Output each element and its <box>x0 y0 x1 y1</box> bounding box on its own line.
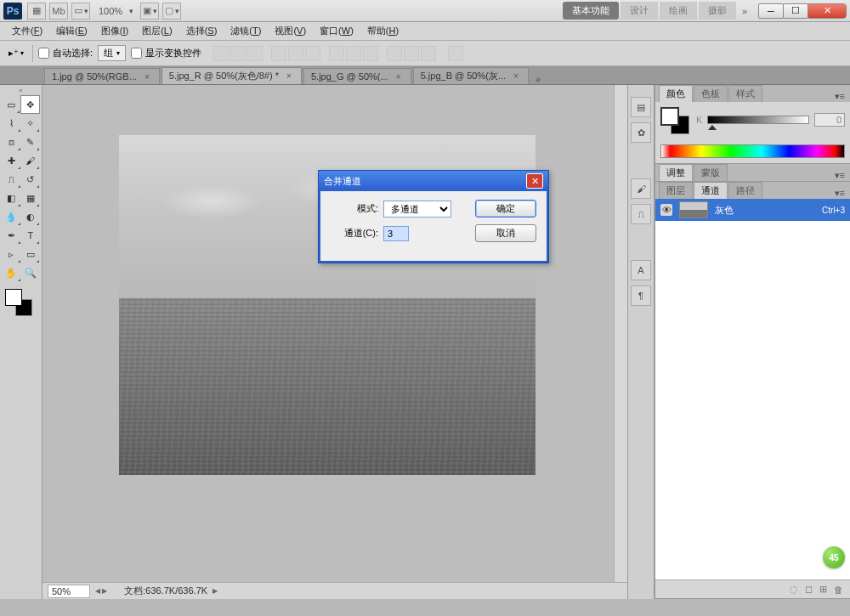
type-tool[interactable]: T <box>21 226 41 245</box>
dialog-close-button[interactable]: ✕ <box>526 173 543 189</box>
tab-close-icon[interactable]: × <box>142 71 152 82</box>
workspace-design[interactable]: 设计 <box>620 2 658 20</box>
menu-filter[interactable]: 滤镜(T) <box>224 23 268 39</box>
marquee-tool[interactable]: ▭ <box>2 95 20 114</box>
notification-badge[interactable]: 45 <box>823 546 845 568</box>
actions-panel-icon[interactable]: ✿ <box>631 122 651 143</box>
tab-channels[interactable]: 通道 <box>694 182 728 199</box>
menu-select[interactable]: 选择(S) <box>179 23 224 39</box>
minimize-button[interactable]: ─ <box>758 3 784 19</box>
clone-panel-icon[interactable]: ⎍ <box>631 204 651 224</box>
panel-menu-icon[interactable]: ▾≡ <box>830 91 850 102</box>
channel-row[interactable]: 👁 灰色 Ctrl+3 <box>655 199 850 221</box>
align-btn[interactable] <box>288 46 303 61</box>
paragraph-panel-icon[interactable]: ¶ <box>631 285 651 306</box>
panel-menu-icon[interactable]: ▾≡ <box>830 188 850 199</box>
brush-panel-icon[interactable]: 🖌 <box>631 178 651 199</box>
character-panel-icon[interactable]: A <box>631 260 651 280</box>
crop-tool[interactable]: ⧈ <box>2 133 21 151</box>
tab-close-icon[interactable]: × <box>511 71 521 82</box>
eyedropper-tool[interactable]: ✎ <box>21 133 41 151</box>
mode-select[interactable]: 多通道 <box>383 201 451 218</box>
stamp-tool[interactable]: ⎍ <box>2 170 21 189</box>
history-panel-icon[interactable]: ▤ <box>631 97 651 117</box>
dialog-title-bar[interactable]: 合并通道 ✕ <box>319 171 548 191</box>
tab-masks[interactable]: 蒙版 <box>694 164 728 181</box>
tab-adjustments[interactable]: 调整 <box>659 164 693 181</box>
align-btn[interactable] <box>230 46 246 61</box>
menu-layer[interactable]: 图层(L) <box>135 23 178 39</box>
current-tool-icon[interactable]: ▸⁺ ▾ <box>5 46 27 60</box>
arrange-docs-icon[interactable]: ▣▾ <box>140 3 159 20</box>
path-select-tool[interactable]: ▹ <box>2 245 21 263</box>
tab-styles[interactable]: 样式 <box>728 85 762 102</box>
pen-tool[interactable]: ✒ <box>2 226 21 245</box>
distribute-btn[interactable] <box>404 46 419 61</box>
k-slider[interactable] <box>707 116 809 124</box>
hand-tool[interactable]: ✋ <box>2 263 21 282</box>
visibility-icon[interactable]: 👁 <box>660 204 672 216</box>
show-transform-checkbox[interactable]: 显示变换控件 <box>131 47 201 59</box>
blur-tool[interactable]: 💧 <box>2 207 21 226</box>
channels-input[interactable] <box>383 226 409 241</box>
wand-tool[interactable]: ✧ <box>21 114 41 133</box>
maximize-button[interactable]: ☐ <box>783 3 808 19</box>
bridge-icon[interactable]: ▦ <box>27 3 46 20</box>
brush-tool[interactable]: 🖌 <box>21 151 41 170</box>
distribute-btn[interactable] <box>363 46 378 61</box>
gradient-tool[interactable]: ▦ <box>21 189 41 207</box>
load-selection-icon[interactable]: ◌ <box>790 584 798 595</box>
menu-view[interactable]: 视图(V) <box>268 23 313 39</box>
panel-menu-icon[interactable]: ▾≡ <box>830 170 850 181</box>
ok-button[interactable]: 确定 <box>475 200 536 218</box>
heal-tool[interactable]: ✚ <box>2 151 21 170</box>
move-tool[interactable]: ✥ <box>20 95 40 114</box>
tabs-overflow-icon[interactable]: » <box>530 74 546 84</box>
cancel-button[interactable]: 取消 <box>475 224 536 242</box>
workspace-essentials[interactable]: 基本功能 <box>563 2 619 20</box>
auto-align-btn[interactable] <box>448 46 463 61</box>
zoom-tool[interactable]: 🔍 <box>21 263 41 282</box>
workspace-more-icon[interactable]: » <box>737 6 752 16</box>
spectrum-ramp[interactable] <box>660 144 845 158</box>
doc-tab[interactable]: 5.jpg_B @ 50%(灰...× <box>413 67 529 84</box>
close-button[interactable]: ✕ <box>808 3 847 19</box>
doc-tab[interactable]: 5.jpg_R @ 50%(灰色/8#) *× <box>162 67 302 84</box>
eraser-tool[interactable]: ◧ <box>2 189 21 207</box>
zoom-level[interactable]: 100% <box>99 6 122 16</box>
shape-tool[interactable]: ▭ <box>21 245 41 263</box>
zoom-input[interactable]: 50% <box>48 585 90 598</box>
panel-swatches[interactable] <box>660 107 691 133</box>
workspace-paint[interactable]: 绘画 <box>660 2 697 20</box>
vertical-scrollbar[interactable] <box>614 85 627 599</box>
tab-swatches[interactable]: 色板 <box>694 85 728 102</box>
view-extras-icon[interactable]: ▭▾ <box>71 3 90 20</box>
menu-file[interactable]: 文件(F) <box>5 23 49 39</box>
align-btn[interactable] <box>305 46 320 61</box>
align-btn[interactable] <box>247 46 263 61</box>
toolbox-collapse-icon[interactable]: « <box>2 87 40 95</box>
menu-edit[interactable]: 编辑(E) <box>49 23 94 39</box>
history-brush-tool[interactable]: ↺ <box>21 170 41 189</box>
distribute-btn[interactable] <box>387 46 402 61</box>
minibridge-icon[interactable]: Mb <box>49 3 68 20</box>
tab-close-icon[interactable]: × <box>284 71 294 82</box>
align-btn[interactable] <box>213 46 229 61</box>
tab-layers[interactable]: 图层 <box>659 182 693 199</box>
doc-tab[interactable]: 1.jpg @ 50%(RGB...× <box>44 68 160 84</box>
lasso-tool[interactable]: ⌇ <box>2 114 21 133</box>
foreground-swatch[interactable] <box>5 289 22 306</box>
screen-mode-icon[interactable]: ▢▾ <box>162 3 181 20</box>
color-swatches[interactable] <box>2 287 40 318</box>
menu-help[interactable]: 帮助(H) <box>360 23 405 39</box>
dodge-tool[interactable]: ◐ <box>21 207 41 226</box>
tab-color[interactable]: 颜色 <box>659 85 693 102</box>
align-btn[interactable] <box>271 46 286 61</box>
menu-image[interactable]: 图像(I) <box>94 23 135 39</box>
tab-close-icon[interactable]: × <box>394 71 404 82</box>
distribute-btn[interactable] <box>329 46 344 61</box>
distribute-btn[interactable] <box>346 46 361 61</box>
new-channel-icon[interactable]: ⊞ <box>819 584 827 595</box>
auto-select-dropdown[interactable]: 组▾ <box>98 45 126 61</box>
k-value-field[interactable]: 0 <box>814 113 845 127</box>
